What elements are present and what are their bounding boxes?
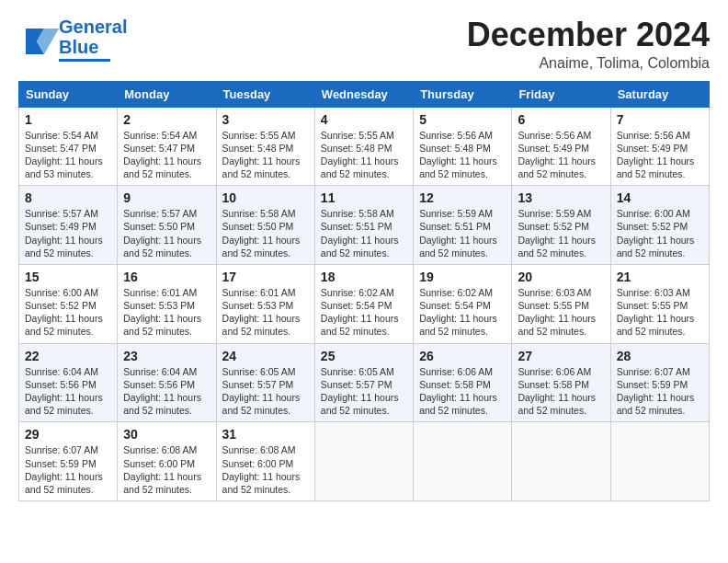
calendar-cell: 6Sunrise: 5:56 AMSunset: 5:49 PMDaylight… [512,107,610,186]
calendar-cell: 10Sunrise: 5:58 AMSunset: 5:50 PMDayligh… [216,186,314,265]
weekday-header-row: SundayMondayTuesdayWednesdayThursdayFrid… [19,81,710,107]
calendar-cell [414,422,512,501]
calendar-cell: 20Sunrise: 6:03 AMSunset: 5:55 PMDayligh… [512,264,610,343]
day-info: Sunrise: 5:56 AMSunset: 5:49 PMDaylight:… [617,129,703,181]
weekday-header-friday: Friday [512,81,610,107]
day-info: Sunrise: 6:02 AMSunset: 5:54 PMDaylight:… [419,286,506,339]
calendar-cell: 4Sunrise: 5:55 AMSunset: 5:48 PMDaylight… [314,107,413,186]
calendar-row-0: 1Sunrise: 5:54 AMSunset: 5:47 PMDaylight… [19,107,710,186]
logo-icon [18,19,59,60]
day-number: 30 [123,427,210,442]
calendar-cell: 27Sunrise: 6:06 AMSunset: 5:58 PMDayligh… [512,343,610,422]
logo-wrapper: General Blue [18,17,127,62]
logo-text-area: General Blue [59,17,127,62]
weekday-header-monday: Monday [118,81,216,107]
day-info: Sunrise: 6:00 AMSunset: 5:52 PMDaylight:… [617,207,703,259]
calendar-cell: 25Sunrise: 6:05 AMSunset: 5:57 PMDayligh… [314,343,413,422]
logo-underline [59,59,110,62]
calendar-cell: 23Sunrise: 6:04 AMSunset: 5:56 PMDayligh… [118,343,216,422]
day-info: Sunrise: 6:02 AMSunset: 5:54 PMDaylight:… [321,286,407,339]
day-info: Sunrise: 5:56 AMSunset: 5:48 PMDaylight:… [419,129,506,181]
day-info: Sunrise: 6:07 AMSunset: 5:59 PMDaylight:… [25,443,111,496]
day-info: Sunrise: 5:59 AMSunset: 5:51 PMDaylight:… [419,207,506,259]
day-info: Sunrise: 6:01 AMSunset: 5:53 PMDaylight:… [123,286,210,339]
calendar-cell: 3Sunrise: 5:55 AMSunset: 5:48 PMDaylight… [216,107,314,186]
day-number: 15 [25,270,111,284]
calendar-row-2: 15Sunrise: 6:00 AMSunset: 5:52 PMDayligh… [19,264,710,343]
day-number: 19 [419,270,506,284]
calendar-cell: 26Sunrise: 6:06 AMSunset: 5:58 PMDayligh… [414,343,512,422]
calendar-cell: 18Sunrise: 6:02 AMSunset: 5:54 PMDayligh… [314,264,413,343]
calendar-cell: 17Sunrise: 6:01 AMSunset: 5:53 PMDayligh… [216,264,314,343]
weekday-header-saturday: Saturday [610,81,709,107]
day-info: Sunrise: 6:06 AMSunset: 5:58 PMDaylight:… [518,365,604,418]
calendar-cell: 28Sunrise: 6:07 AMSunset: 5:59 PMDayligh… [610,343,709,422]
calendar-cell: 12Sunrise: 5:59 AMSunset: 5:51 PMDayligh… [414,186,512,265]
day-number: 20 [518,270,604,284]
day-info: Sunrise: 5:54 AMSunset: 5:47 PMDaylight:… [25,129,111,181]
day-number: 11 [321,190,407,205]
day-info: Sunrise: 5:58 AMSunset: 5:50 PMDaylight:… [222,207,309,259]
day-number: 26 [419,349,506,363]
day-number: 23 [123,349,210,363]
day-info: Sunrise: 6:06 AMSunset: 5:58 PMDaylight:… [419,365,506,418]
day-info: Sunrise: 6:03 AMSunset: 5:55 PMDaylight:… [518,286,604,339]
weekday-header-tuesday: Tuesday [216,81,314,107]
logo-blue: Blue [59,37,127,57]
day-number: 10 [222,190,309,205]
calendar-cell: 1Sunrise: 5:54 AMSunset: 5:47 PMDaylight… [19,107,118,186]
calendar-cell: 30Sunrise: 6:08 AMSunset: 6:00 PMDayligh… [118,422,216,501]
day-number: 12 [419,190,506,205]
calendar-cell: 7Sunrise: 5:56 AMSunset: 5:49 PMDaylight… [610,107,709,186]
title-area: December 2024 Anaime, Tolima, Colombia [467,17,710,72]
calendar-cell: 11Sunrise: 5:58 AMSunset: 5:51 PMDayligh… [314,186,413,265]
calendar-cell [512,422,610,501]
day-info: Sunrise: 5:55 AMSunset: 5:48 PMDaylight:… [222,129,309,181]
calendar-cell: 5Sunrise: 5:56 AMSunset: 5:48 PMDaylight… [414,107,512,186]
day-info: Sunrise: 6:05 AMSunset: 5:57 PMDaylight:… [222,365,309,418]
day-number: 27 [518,349,604,363]
day-number: 31 [222,427,309,442]
day-number: 14 [617,190,703,205]
day-number: 7 [617,112,703,127]
calendar-cell: 15Sunrise: 6:00 AMSunset: 5:52 PMDayligh… [19,264,118,343]
day-info: Sunrise: 6:08 AMSunset: 6:00 PMDaylight:… [123,443,210,496]
calendar-cell: 22Sunrise: 6:04 AMSunset: 5:56 PMDayligh… [19,343,118,422]
day-number: 1 [25,112,111,127]
day-number: 21 [617,270,703,284]
header: General Blue December 2024 Anaime, Tolim… [18,17,710,72]
day-number: 2 [123,112,210,127]
day-number: 5 [419,112,506,127]
calendar-cell [314,422,413,501]
day-info: Sunrise: 6:04 AMSunset: 5:56 PMDaylight:… [25,365,111,418]
calendar-cell: 21Sunrise: 6:03 AMSunset: 5:55 PMDayligh… [610,264,709,343]
day-number: 25 [321,349,407,363]
day-info: Sunrise: 6:01 AMSunset: 5:53 PMDaylight:… [222,286,309,339]
day-info: Sunrise: 5:54 AMSunset: 5:47 PMDaylight:… [123,129,210,181]
day-number: 17 [222,270,309,284]
weekday-header-sunday: Sunday [19,81,118,107]
day-info: Sunrise: 5:55 AMSunset: 5:48 PMDaylight:… [321,129,407,181]
month-title: December 2024 [467,17,710,53]
day-info: Sunrise: 6:03 AMSunset: 5:55 PMDaylight:… [617,286,703,339]
day-number: 24 [222,349,309,363]
calendar-row-4: 29Sunrise: 6:07 AMSunset: 5:59 PMDayligh… [19,422,710,501]
day-number: 8 [25,190,111,205]
location-title: Anaime, Tolima, Colombia [467,55,710,72]
calendar-row-3: 22Sunrise: 6:04 AMSunset: 5:56 PMDayligh… [19,343,710,422]
day-number: 3 [222,112,309,127]
calendar-cell: 14Sunrise: 6:00 AMSunset: 5:52 PMDayligh… [610,186,709,265]
day-info: Sunrise: 6:00 AMSunset: 5:52 PMDaylight:… [25,286,111,339]
calendar-cell: 29Sunrise: 6:07 AMSunset: 5:59 PMDayligh… [19,422,118,501]
day-info: Sunrise: 5:56 AMSunset: 5:49 PMDaylight:… [518,129,604,181]
calendar-cell: 24Sunrise: 6:05 AMSunset: 5:57 PMDayligh… [216,343,314,422]
day-info: Sunrise: 5:58 AMSunset: 5:51 PMDaylight:… [321,207,407,259]
weekday-header-thursday: Thursday [414,81,512,107]
page: General Blue December 2024 Anaime, Tolim… [0,0,728,563]
day-info: Sunrise: 6:07 AMSunset: 5:59 PMDaylight:… [617,365,703,418]
day-number: 22 [25,349,111,363]
calendar-cell: 16Sunrise: 6:01 AMSunset: 5:53 PMDayligh… [118,264,216,343]
day-info: Sunrise: 6:08 AMSunset: 6:00 PMDaylight:… [222,443,309,496]
calendar-cell: 2Sunrise: 5:54 AMSunset: 5:47 PMDaylight… [118,107,216,186]
calendar-cell: 9Sunrise: 5:57 AMSunset: 5:50 PMDaylight… [118,186,216,265]
